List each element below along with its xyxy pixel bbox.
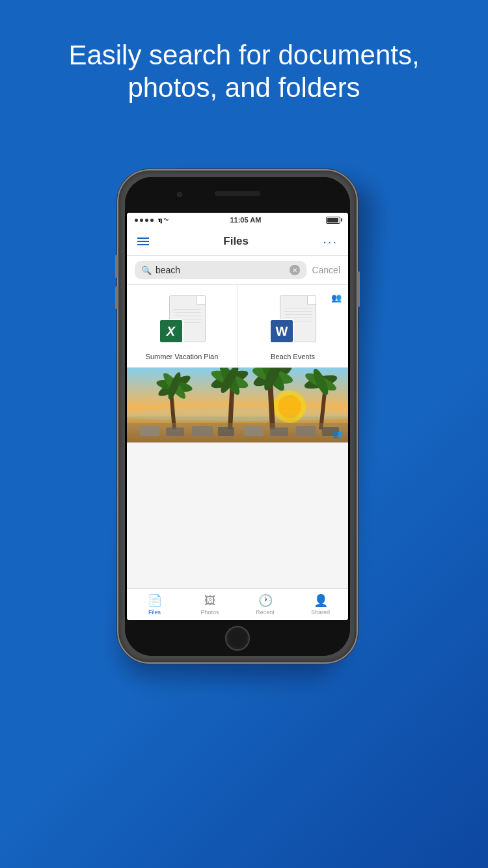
- home-button[interactable]: [225, 626, 250, 651]
- excel-file-icon: X: [159, 295, 206, 347]
- word-line-3: [284, 314, 312, 315]
- files-grid: X Summer Vacation Plan 👥: [127, 285, 348, 368]
- svg-point-4: [278, 395, 301, 418]
- status-time: 11:05 AM: [230, 216, 261, 224]
- menu-line-2: [137, 241, 149, 242]
- word-line-1: [284, 308, 312, 308]
- signal-dot-1: [135, 219, 138, 222]
- file-item-word[interactable]: 👥: [237, 285, 348, 368]
- phone-frame: 𝛈 ∿ 11:05 AM Fil: [117, 169, 371, 677]
- svg-rect-25: [140, 426, 159, 436]
- file-item-excel[interactable]: X Summer Vacation Plan: [127, 285, 237, 368]
- excel-line-2: [174, 312, 201, 313]
- wifi-icon: 𝛈 ∿: [158, 216, 168, 224]
- excel-icon: X: [159, 295, 206, 347]
- file-name-excel: Summer Vacation Plan: [146, 353, 219, 360]
- beach-scene-svg: [127, 368, 348, 442]
- status-bar: 𝛈 ∿ 11:05 AM: [127, 213, 348, 227]
- excel-line-1: [174, 309, 201, 310]
- phone-outer: 𝛈 ∿ 11:05 AM Fil: [117, 169, 358, 664]
- tab-photos[interactable]: 🖼 Photos: [182, 594, 237, 616]
- photo-shared-icon: 👥: [332, 429, 343, 439]
- tab-recent-label: Recent: [256, 609, 275, 616]
- tab-files-icon: 📄: [148, 593, 162, 608]
- beach-photo[interactable]: 👥: [127, 368, 348, 442]
- tab-files[interactable]: 📄 Files: [127, 593, 182, 616]
- svg-rect-29: [244, 426, 264, 436]
- photo-row[interactable]: 👥: [127, 368, 348, 443]
- speaker: [215, 191, 260, 196]
- nav-bar: Files ···: [127, 227, 348, 256]
- status-left: 𝛈 ∿: [135, 216, 168, 224]
- hero-text: Easily search for documents, photos, and…: [0, 39, 488, 105]
- search-cancel-button[interactable]: Cancel: [312, 265, 340, 275]
- svg-point-2: [127, 408, 348, 421]
- signal-dot-3: [145, 219, 148, 222]
- menu-line-1: [137, 237, 149, 239]
- power-button: [357, 271, 360, 307]
- volume-up-button: [115, 255, 118, 278]
- word-icon: W: [269, 295, 316, 347]
- tab-recent-icon: 🕐: [258, 593, 273, 608]
- search-icon: 🔍: [141, 265, 152, 275]
- search-input[interactable]: beach: [156, 265, 286, 275]
- tab-files-label: Files: [148, 609, 161, 616]
- tab-photos-icon: 🖼: [204, 594, 216, 608]
- phone-inner: 𝛈 ∿ 11:05 AM Fil: [125, 177, 350, 656]
- search-input-wrap[interactable]: 🔍 beach ✕: [135, 261, 306, 279]
- tab-shared-label: Shared: [311, 609, 330, 616]
- status-right: [323, 217, 340, 224]
- tab-shared-icon: 👤: [314, 593, 328, 608]
- word-badge: W: [269, 319, 294, 344]
- tab-shared[interactable]: 👤 Shared: [293, 593, 348, 616]
- signal-dot-2: [140, 219, 143, 222]
- word-line-2: [284, 311, 312, 312]
- search-bar: 🔍 beach ✕ Cancel: [127, 256, 348, 285]
- excel-line-3: [174, 316, 201, 316]
- nav-title: Files: [223, 235, 249, 248]
- tab-recent[interactable]: 🕐 Recent: [237, 593, 293, 616]
- battery-fill: [327, 218, 338, 223]
- volume-down-button: [115, 286, 118, 309]
- word-file-icon: W: [269, 295, 316, 347]
- svg-rect-28: [218, 427, 234, 436]
- top-bezel: [125, 177, 350, 213]
- word-line-4: [284, 318, 312, 318]
- results-area: X Summer Vacation Plan 👥: [127, 285, 348, 588]
- svg-rect-27: [192, 426, 213, 436]
- menu-button[interactable]: [137, 237, 149, 245]
- tab-bar: 📄 Files 🖼 Photos 🕐 Recent 👤 Shared: [127, 588, 348, 620]
- search-clear-button[interactable]: ✕: [290, 265, 300, 275]
- svg-rect-30: [270, 427, 288, 436]
- shared-icon-word: 👥: [331, 293, 342, 303]
- signal-dot-4: [150, 219, 154, 222]
- svg-rect-31: [296, 426, 316, 436]
- tab-photos-label: Photos: [200, 609, 219, 616]
- file-name-word: Beach Events: [271, 353, 315, 360]
- screen: 𝛈 ∿ 11:05 AM Fil: [127, 213, 348, 620]
- battery-icon: [326, 217, 340, 224]
- nav-more-button[interactable]: ···: [323, 235, 338, 248]
- excel-badge: X: [159, 319, 183, 344]
- front-camera: [177, 192, 182, 197]
- menu-line-3: [137, 244, 149, 245]
- bottom-bezel: [125, 620, 350, 656]
- svg-rect-26: [166, 427, 184, 436]
